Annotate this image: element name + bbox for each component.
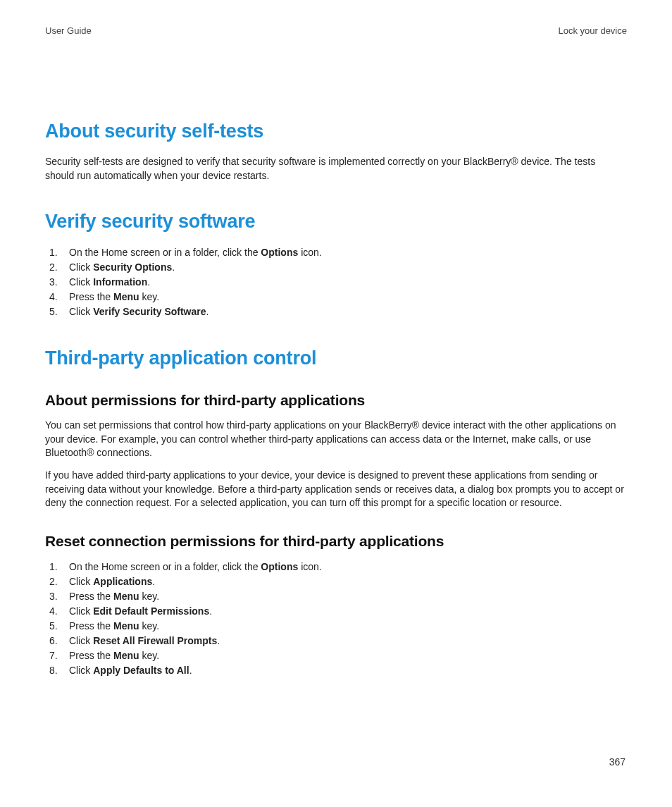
- step-bold-term: Options: [261, 561, 298, 572]
- step-item: Click Reset All Firewall Prompts.: [45, 634, 627, 648]
- step-item: Click Security Options.: [45, 260, 627, 275]
- step-item: Click Edit Default Permissions.: [45, 604, 627, 619]
- step-item: Click Verify Security Software.: [45, 304, 627, 319]
- header-right: Lock your device: [558, 25, 627, 36]
- step-item: On the Home screen or in a folder, click…: [45, 560, 627, 574]
- step-item: Click Apply Defaults to All.: [45, 663, 627, 678]
- step-bold-term: Apply Defaults to All: [93, 665, 189, 676]
- page-number: 367: [609, 756, 626, 768]
- step-item: Click Information.: [45, 275, 627, 290]
- step-bold-term: Edit Default Permissions: [93, 605, 209, 617]
- step-bold-term: Information: [93, 276, 147, 288]
- section-title: Third-party application control: [45, 347, 627, 369]
- step-bold-term: Security Options: [93, 261, 172, 273]
- subsection-title: Reset connection permissions for third-p…: [45, 533, 627, 550]
- step-bold-term: Reset All Firewall Prompts: [93, 635, 217, 646]
- body-paragraph: Security self-tests are designed to veri…: [45, 155, 627, 183]
- step-item: Press the Menu key.: [45, 619, 627, 634]
- section-title: About security self-tests: [45, 121, 627, 142]
- step-item: Press the Menu key.: [45, 648, 627, 663]
- step-item: On the Home screen or in a folder, click…: [45, 245, 627, 260]
- page-header: User Guide Lock your device: [45, 25, 627, 36]
- steps-list: On the Home screen or in a folder, click…: [45, 245, 627, 319]
- steps-list: On the Home screen or in a folder, click…: [45, 560, 627, 678]
- step-bold-term: Menu: [113, 620, 139, 632]
- body-paragraph: You can set permissions that control how…: [45, 419, 627, 460]
- step-bold-term: Menu: [113, 591, 139, 602]
- step-bold-term: Applications: [93, 576, 152, 587]
- section-verify-security-software: Verify security software On the Home scr…: [45, 211, 627, 319]
- step-bold-term: Options: [261, 247, 298, 258]
- section-about-self-tests: About security self-tests Security self-…: [45, 121, 627, 183]
- header-left: User Guide: [45, 25, 92, 36]
- step-item: Press the Menu key.: [45, 589, 627, 604]
- step-item: Click Applications.: [45, 574, 627, 589]
- section-third-party-application-control: Third-party application control About pe…: [45, 347, 627, 678]
- step-bold-term: Menu: [113, 291, 139, 302]
- section-title: Verify security software: [45, 211, 627, 233]
- subsection-title: About permissions for third-party applic…: [45, 392, 627, 409]
- step-bold-term: Menu: [113, 650, 139, 661]
- step-item: Press the Menu key.: [45, 290, 627, 304]
- body-paragraph: If you have added third-party applicatio…: [45, 469, 627, 510]
- step-bold-term: Verify Security Software: [93, 306, 206, 317]
